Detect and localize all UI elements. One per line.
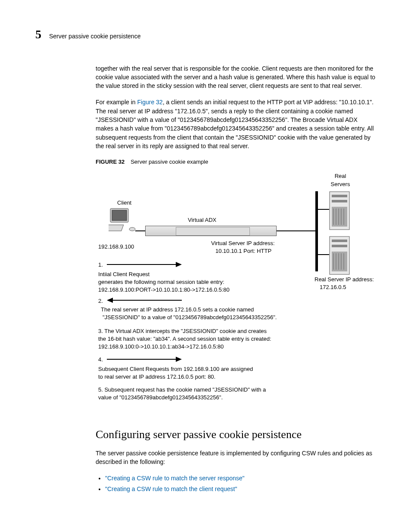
step-2-line-b: "JSESSIONID" to a value of "0123456789ab…: [103, 314, 277, 322]
connector-line: [318, 209, 329, 210]
list-item: "Creating a CSW rule to match the client…: [105, 485, 376, 493]
svg-rect-2: [109, 225, 124, 231]
paragraph-1: together with the real server that is re…: [96, 64, 376, 90]
vip-label-line2: 10.10.10.1 Port: HTTP: [215, 247, 271, 255]
virtual-adx-label: Virtual ADX: [188, 216, 216, 224]
body-column: together with the real server that is re…: [96, 64, 376, 493]
connector-line: [277, 230, 316, 231]
figure-title: Server passive cookie example: [131, 159, 208, 165]
step-1-line-c: 192.168.9.100:PORT->10.10.10.1:80->172.1…: [98, 286, 230, 294]
svg-point-3: [129, 227, 135, 231]
step-2-line-a: The real server at IP address 172.16.0.5…: [101, 306, 254, 314]
arrow-line: [113, 300, 182, 301]
svg-rect-7: [332, 207, 347, 227]
section-heading: Configuring server passive cookie persis…: [96, 426, 376, 443]
step-5-line-b: value of "0123456789abcdefg0123456433522…: [98, 394, 223, 402]
svg-rect-15: [332, 245, 347, 247]
figure-caption: FIGURE 32Server passive cookie example: [96, 158, 376, 166]
chapter-number: 5: [35, 26, 41, 44]
arrow-right-icon: [176, 262, 182, 267]
step-4-number: 4.: [98, 356, 103, 364]
step-4-line-b: to real server at IP address 172.16.0.5 …: [98, 373, 215, 381]
svg-rect-14: [332, 240, 347, 242]
step-3-line-a: 3. The Virtual ADX intercepts the "JSESS…: [98, 327, 267, 336]
server-rack-icon: [329, 236, 350, 275]
svg-rect-1: [112, 210, 127, 221]
step-3-line-b: the 16-bit hash value: "ab34". A second …: [98, 335, 271, 343]
step-1-number: 1.: [98, 261, 103, 269]
step-4-line-a: Subsequent Client Requests from 192.168.…: [98, 365, 253, 373]
real-server-ip-label-1: Real Server IP address:: [314, 276, 374, 284]
step-3-line-c: 192.168.9.100:0->10.10.10.1:ab34->172.16…: [98, 343, 224, 351]
client-label: Client: [117, 199, 131, 207]
csw-rule-response-link[interactable]: "Creating a CSW rule to match the server…: [105, 475, 245, 482]
figure-32-diagram: Real Servers Client Virtual ADX: [96, 172, 380, 414]
paragraph-2-rest: , a client sends an initial request to t…: [96, 99, 374, 149]
svg-rect-5: [332, 195, 347, 197]
svg-rect-16: [332, 252, 347, 271]
real-servers-label: Real Servers: [323, 172, 358, 189]
server-rack-icon: [329, 191, 350, 230]
arrow-right-icon: [176, 357, 182, 362]
paragraph-2: For example in Figure 32, a client sends…: [96, 98, 376, 150]
virtual-adx-icon: [145, 226, 277, 236]
step-1-line-b: generates the following normal session t…: [98, 278, 224, 286]
arrow-left-icon: [107, 298, 113, 303]
figure-ref-link[interactable]: Figure 32: [137, 99, 162, 106]
vip-label-line1: Virtual Server IP address:: [211, 240, 275, 248]
page: 5 Server passive cookie persistence toge…: [0, 0, 411, 532]
connector-line: [318, 254, 329, 255]
figure-number: FIGURE 32: [96, 159, 125, 165]
chapter-title: Server passive cookie persistence: [49, 32, 140, 40]
page-header: 5 Server passive cookie persistence: [35, 26, 376, 44]
step-2-number: 2.: [98, 297, 103, 305]
step-5-line-a: 5. Subsequent request has the cookie nam…: [98, 386, 266, 394]
connector-line: [135, 230, 146, 231]
backbone-line: [315, 191, 318, 271]
step-1-line-a: Intiial Client Request: [98, 271, 149, 279]
svg-rect-6: [332, 200, 347, 202]
client-ip-label: 192.168.9.100: [98, 243, 134, 251]
client-computer-icon: [109, 207, 136, 234]
real-server-ip-label-2: 172.16.0.5: [320, 283, 346, 292]
csw-rule-request-link[interactable]: "Creating a CSW rule to match the client…: [105, 485, 237, 492]
arrow-line: [107, 359, 176, 360]
link-list: "Creating a CSW rule to match the server…: [96, 474, 376, 493]
paragraph-2-lead: For example in: [96, 99, 137, 106]
section-intro: The server passive cookie persistence fe…: [96, 449, 376, 467]
arrow-line: [107, 264, 176, 265]
list-item: "Creating a CSW rule to match the server…: [105, 474, 376, 482]
